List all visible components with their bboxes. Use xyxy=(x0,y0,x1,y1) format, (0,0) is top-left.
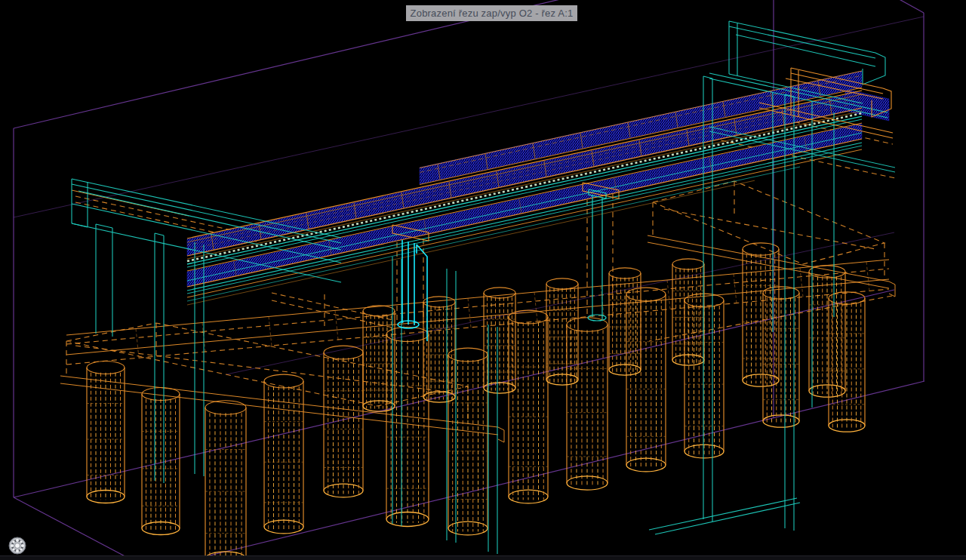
window-bottom-edge xyxy=(0,555,966,560)
steering-wheel-icon[interactable] xyxy=(8,537,26,555)
pile-cylinder xyxy=(567,318,608,490)
pile-cylinder xyxy=(546,278,578,385)
pile-cylinder xyxy=(809,266,845,397)
pile-cylinder xyxy=(423,297,455,402)
bounding-box-purple xyxy=(14,0,924,560)
left-abutment-cyan xyxy=(72,179,497,554)
pile-cylinder xyxy=(324,346,363,497)
model-wireframe-3d[interactable] xyxy=(0,0,966,560)
pile-cylinder xyxy=(448,348,488,535)
pile-cylinder xyxy=(264,374,303,534)
tooltip: Zobrazení řezu zap/vyp O2 - řez A:1 xyxy=(406,5,577,21)
bounding-box-lines xyxy=(14,0,924,560)
pile-cylinder xyxy=(363,306,395,411)
pile-cylinder xyxy=(142,388,180,535)
bridge-deck xyxy=(136,71,889,358)
bounding-box-purple-faint xyxy=(14,17,924,374)
cad-viewport[interactable]: Zobrazení řezu zap/vyp O2 - řez A:1 xyxy=(0,0,966,560)
pile-cylinder xyxy=(205,401,246,560)
pile-cylinder xyxy=(626,288,666,472)
tooltip-text: Zobrazení řezu zap/vyp O2 - řez A:1 xyxy=(411,8,574,19)
